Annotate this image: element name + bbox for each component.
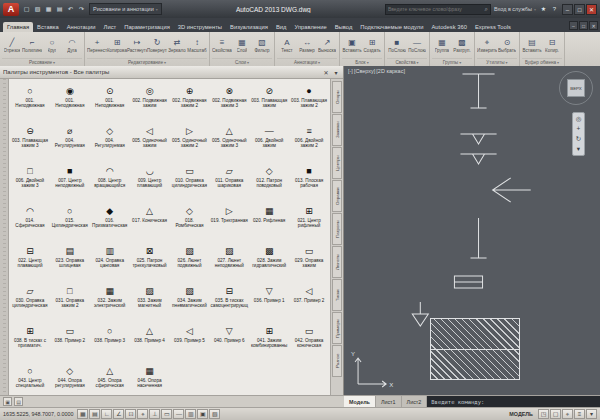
palette-tool[interactable]: ◡ 009. Центр плавающий	[130, 161, 170, 201]
infocenter-icon[interactable]: ?	[550, 5, 559, 14]
viewport-control[interactable]: [-]	[348, 68, 353, 74]
palette-tool[interactable]: ▦ 020. Рифленая	[249, 201, 289, 241]
palette-tool[interactable]: ◆ 016. Призматическая	[90, 201, 130, 241]
palette-tool[interactable]: △ 017. Коническая	[130, 201, 170, 241]
palette-tool[interactable]: ⊞ 021. Центр рифленый	[289, 201, 329, 241]
ribbon-tool-button[interactable]: ⌖ Измерить	[477, 38, 497, 53]
ribbon-tab[interactable]: Подключаемые модули	[356, 22, 427, 32]
model-space-button[interactable]: МОДЕЛЬ	[506, 411, 536, 417]
viewport-control[interactable]: [2D каркас]	[376, 68, 405, 74]
ribbon-tool-button[interactable]: ↗ Выноска	[317, 38, 337, 53]
ribbon-tab[interactable]: Аннотации	[63, 22, 100, 32]
palette-tool[interactable]: ◁ 037. Пример 2	[289, 281, 329, 321]
palette-tool[interactable]: ▩ 028. Зажим гидравлический	[249, 241, 289, 281]
palette-tool[interactable]: ⊕ 002. Подвижная зажим 2	[170, 81, 210, 121]
search-icon[interactable]: ⌕	[485, 6, 488, 13]
ribbon-tab[interactable]: Визуализация	[226, 22, 272, 32]
palette-tool[interactable]: ▦ 046. Опора насеченная	[130, 361, 170, 395]
ribbon-tab[interactable]: Главная	[3, 22, 33, 32]
palette-header-icon[interactable]: ✕	[322, 69, 330, 76]
statusbar-icon[interactable]: ▾	[586, 409, 597, 419]
palette-tool[interactable]: ◎ 002. Подвижная зажим	[130, 81, 170, 121]
statusbar-icon[interactable]: ≡	[574, 409, 585, 419]
palette-tool[interactable]: ◠ 014. Сферическая	[10, 201, 50, 241]
doc-window-button[interactable]: ✕	[589, 21, 598, 30]
ribbon-panel-title[interactable]: Блок ▾	[342, 58, 382, 66]
palette-tab[interactable]: Опоры	[332, 81, 342, 113]
palette-tab[interactable]: Разное	[332, 345, 342, 377]
palette-tool[interactable]: ⊟ 035. В тисках самоцентрирующих	[209, 281, 249, 321]
palette-tool[interactable]: ○ 038. Пример 3	[90, 321, 130, 361]
palette-tool[interactable]: ⊗ 002. Подвижная зажим 3	[209, 81, 249, 121]
palette-tool[interactable]: ▨ 027. Люнет неподвижный	[209, 241, 249, 281]
ribbon-tool-button[interactable]: ○ Круг	[42, 38, 62, 53]
palette-tool[interactable]: ◇ 044. Опора регулируемая	[50, 361, 90, 395]
drafting-toggle[interactable]: —	[173, 409, 184, 419]
palette-tool[interactable]: △ 045. Опора сферическая	[90, 361, 130, 395]
palette-tool[interactable]: ▦ 032. Зажим электрический	[90, 281, 130, 321]
palette-tool[interactable]: ≡ 006. Двойной зажим 2	[289, 121, 329, 161]
palette-tool[interactable]: □ 031. Оправка зажим 2	[50, 281, 90, 321]
drafting-toggle[interactable]: ▧	[209, 409, 220, 419]
palette-tool[interactable]: ⊠ 025. Патрон трехкулачковый	[130, 241, 170, 281]
layout-tab[interactable]: Лист1	[376, 396, 402, 407]
drafting-toggle[interactable]: ⌖	[137, 409, 148, 419]
palette-tool[interactable]: ▱ 011. Оправка шариковая	[209, 161, 249, 201]
palette-grip[interactable]	[0, 79, 9, 395]
palette-tool[interactable]: ⊙ 001. Неподвижная зажим 3	[90, 81, 130, 121]
signin-button[interactable]: Вход в службы ▾	[494, 6, 536, 12]
drafting-toggle[interactable]: ▦	[77, 409, 88, 419]
ribbon-panel-title[interactable]: Буфер обмена ▾	[522, 58, 562, 66]
palette-tool[interactable]: ◇ 018. Ромбическая	[170, 201, 210, 241]
palette-tool[interactable]: ▧ 026. Люнет подвижный	[170, 241, 210, 281]
nav-icon[interactable]: ◎	[576, 114, 582, 124]
ribbon-tab[interactable]: Параметризация	[120, 22, 174, 32]
ribbon-tool-button[interactable]: ⇄ Зеркало	[167, 38, 187, 53]
ribbon-tab[interactable]: Express Tools	[471, 22, 515, 32]
infocenter-icon[interactable]: ★	[539, 5, 548, 14]
palette-tab[interactable]: Патроны	[332, 213, 342, 245]
application-menu-button[interactable]: A	[3, 3, 19, 16]
drafting-toggle[interactable]: ▤	[89, 409, 100, 419]
palette-tool[interactable]: ▭ 038. Пример 2	[50, 321, 90, 361]
coordinates-readout[interactable]: 1635.5225, 948.7007, 0.0000	[3, 411, 73, 417]
nav-icon[interactable]: ▾	[577, 144, 580, 154]
ribbon-tool-button[interactable]: ↔ Размер	[297, 38, 317, 53]
workspace-switcher[interactable]: Рисование и аннотации ▾	[89, 3, 162, 15]
palette-tool[interactable]: ○ 043. Центр специальный	[10, 361, 50, 395]
palette-tab[interactable]: Оправки	[332, 180, 342, 212]
qat-icon[interactable]: ▧	[33, 5, 42, 14]
palette-header-icon[interactable]: ▾	[332, 69, 340, 76]
ribbon-tab[interactable]: Autodesk 360	[427, 22, 470, 32]
ribbon-tool-button[interactable]: ▧ Фильтр	[252, 38, 272, 53]
ribbon-tool-button[interactable]: ■ ПоСлою	[387, 38, 407, 53]
nav-icon[interactable]: ↻	[576, 134, 581, 144]
palette-tool[interactable]: ⊘ 003. Плавающая зажим	[249, 81, 289, 121]
palette-tool[interactable]: ◁ 005. Одиночный зажим	[130, 121, 170, 161]
palette-tab[interactable]: Центры	[332, 147, 342, 179]
ribbon-tool-button[interactable]: ⊞ Копировать	[107, 38, 127, 53]
viewcube[interactable]: ВЕРХ	[559, 71, 593, 105]
ribbon-tab[interactable]: Вывод	[331, 22, 357, 32]
qat-icon[interactable]: ▦	[44, 5, 53, 14]
palette-tool[interactable]: ◇ 012. Патрон поводковый	[249, 161, 289, 201]
drafting-toggle[interactable]: ⊥	[149, 409, 160, 419]
ribbon-panel-title[interactable]: Утилиты ▾	[477, 58, 517, 66]
ribbon-panel-title[interactable]: Слои ▾	[212, 58, 272, 66]
ribbon-tool-button[interactable]: ◠ Дуга	[62, 38, 82, 53]
bottom-left-icon[interactable]: ▣	[3, 397, 12, 406]
palette-tool[interactable]: ▨ 033. Зажим магнитный	[130, 281, 170, 321]
palette-tool[interactable]: ⌀ 004. Регулируемая зажим	[50, 121, 90, 161]
palette-tool[interactable]: ▥ 024. Оправка цанговая	[90, 241, 130, 281]
doc-window-button[interactable]: –	[569, 21, 578, 30]
palette-tool[interactable]: ▽ 040. Пример 6	[209, 321, 249, 361]
palette-tool[interactable]: ⊞ 038. В тисках с призматич. губками	[10, 321, 50, 361]
palette-tool[interactable]: — 006. Двойной зажим	[249, 121, 289, 161]
palette-tool[interactable]: ◉ 001. Неподвижная зажим 2	[50, 81, 90, 121]
ribbon-tool-button[interactable]: — ПоСлою	[407, 38, 427, 53]
palette-tool[interactable]: □ 006. Двойной зажим 3	[10, 161, 50, 201]
qat-icon[interactable]: ▢	[22, 5, 31, 14]
palette-tool[interactable]: △ 005. Одиночный зажим 3	[209, 121, 249, 161]
ribbon-tool-button[interactable]: ≡ Свойства	[212, 38, 232, 53]
drafting-toggle[interactable]: ⊡	[125, 409, 136, 419]
